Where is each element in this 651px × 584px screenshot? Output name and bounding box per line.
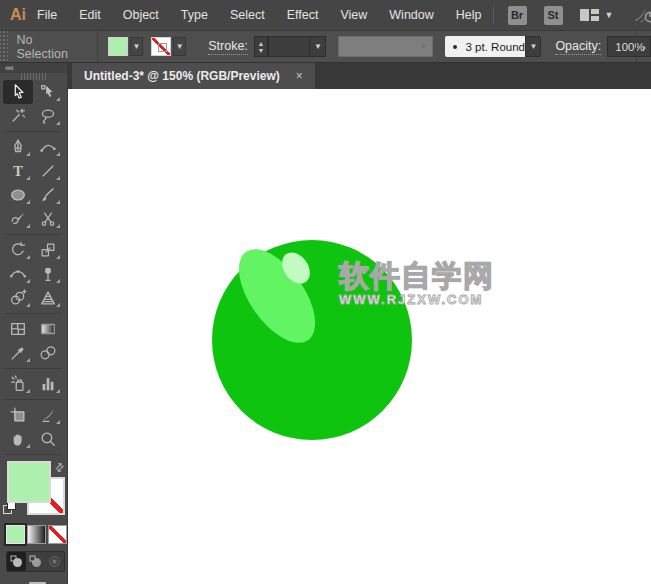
tool-row <box>0 262 67 286</box>
menu-item-view[interactable]: View <box>329 8 378 22</box>
artboard-tool[interactable] <box>3 403 33 427</box>
draw-normal-icon <box>10 555 23 568</box>
tool-row <box>0 80 67 104</box>
eyedropper-tool[interactable] <box>3 341 33 365</box>
selection-tool[interactable] <box>3 80 33 104</box>
tool-row <box>0 427 67 451</box>
menu-item-file[interactable]: File <box>26 8 68 22</box>
menu-item-object[interactable]: Object <box>112 8 170 22</box>
magic-wand-tool[interactable] <box>3 104 33 128</box>
stroke-weight-label[interactable]: Stroke: <box>208 39 248 55</box>
menu-item-window[interactable]: Window <box>378 8 444 22</box>
fill-swatch-large[interactable] <box>7 461 51 503</box>
stock-button[interactable]: St <box>544 6 563 25</box>
fill-dropdown-button[interactable]: ▼ <box>130 37 143 56</box>
menu-item-type[interactable]: Type <box>170 8 219 22</box>
menu-item-effect[interactable]: Effect <box>276 8 330 22</box>
document-tab[interactable]: Untitled-3* @ 150% (RGB/Preview) × <box>72 63 315 89</box>
gradient-tool[interactable] <box>33 317 63 341</box>
menu-items: FileEditObjectTypeSelectEffectViewWindow… <box>26 8 493 22</box>
color-type-buttons <box>0 525 67 544</box>
mesh-tool[interactable] <box>3 317 33 341</box>
selection-status: No Selection <box>16 33 83 61</box>
draw-inside-icon <box>48 555 61 568</box>
shape-builder-tool[interactable] <box>3 286 33 310</box>
direct-selection-tool[interactable] <box>33 80 63 104</box>
tools-panel-header[interactable]: «« <box>0 63 67 73</box>
blend-tool[interactable] <box>33 341 63 365</box>
scissors-tool[interactable] <box>33 207 63 231</box>
tool-row <box>0 403 67 427</box>
rotate-tool[interactable] <box>3 238 33 262</box>
brush-preview-dot <box>453 45 457 49</box>
lasso-tool[interactable] <box>33 104 63 128</box>
tool-group-divider <box>6 454 61 455</box>
chevron-down-icon: ▼ <box>605 10 614 20</box>
artboard-canvas[interactable]: 软件自学网 WWW.RJZXW.COM <box>68 89 651 584</box>
tool-group-divider <box>6 368 61 369</box>
tools-panel-grip[interactable] <box>0 73 67 80</box>
symbol-sprayer-tool[interactable] <box>3 372 33 396</box>
opacity-label[interactable]: Opacity: <box>555 39 601 55</box>
tool-row <box>0 341 67 365</box>
chevron-down-icon: ▼ <box>420 42 432 51</box>
stroke-dropdown-button[interactable]: ▼ <box>173 37 186 56</box>
bridge-button[interactable]: Br <box>508 6 527 25</box>
perspective-grid-tool[interactable] <box>33 286 63 310</box>
menu-bar-right: Br St ▼ <box>493 6 651 25</box>
stroke-color-swatch[interactable] <box>151 37 171 56</box>
draw-behind-icon <box>29 555 42 568</box>
gradient-button[interactable] <box>27 525 46 544</box>
ellipse-tool[interactable] <box>3 183 33 207</box>
tool-row <box>0 286 67 310</box>
line-segment-tool[interactable] <box>33 159 63 183</box>
glossy-ball-artwork[interactable] <box>68 89 651 584</box>
menu-item-select[interactable]: Select <box>219 8 276 22</box>
default-fill-stroke-icon[interactable] <box>3 501 19 515</box>
pen-tool[interactable] <box>3 135 33 159</box>
curvature-tool[interactable] <box>33 135 63 159</box>
draw-behind-button[interactable] <box>26 552 45 571</box>
none-button[interactable] <box>48 525 67 544</box>
tool-row <box>0 372 67 396</box>
type-tool[interactable]: T <box>3 159 33 183</box>
tab-close-icon[interactable]: × <box>296 69 303 83</box>
brush-definition-dropdown[interactable]: 3 pt. Round <box>445 36 526 57</box>
menu-item-edit[interactable]: Edit <box>68 8 112 22</box>
hand-tool[interactable] <box>3 427 33 451</box>
document-tab-title: Untitled-3* @ 150% (RGB/Preview) <box>84 69 280 83</box>
chevron-down-icon: ▼ <box>529 42 537 51</box>
stepper-up-icon: ▲ <box>257 40 264 47</box>
tool-row <box>0 238 67 262</box>
puppet-warp-tool[interactable] <box>33 262 63 286</box>
tool-row <box>0 317 67 341</box>
menu-separator <box>493 6 494 24</box>
stroke-weight-stepper[interactable]: ▲ ▼ <box>254 36 268 57</box>
zoom-tool[interactable] <box>33 427 63 451</box>
width-tool[interactable] <box>3 262 33 286</box>
tool-group-divider <box>6 131 61 132</box>
color-button[interactable] <box>6 525 25 544</box>
screen-mode-button[interactable] <box>20 580 48 584</box>
control-bar-overflow-button[interactable]: › <box>636 31 651 62</box>
column-graph-tool[interactable] <box>33 372 63 396</box>
menu-item-help[interactable]: Help <box>445 8 493 22</box>
chevron-down-icon: ▼ <box>133 42 141 51</box>
draw-normal-button[interactable] <box>7 552 26 571</box>
brush-definition-value: 3 pt. Round <box>466 41 525 53</box>
fill-color-swatch[interactable] <box>108 37 128 56</box>
workspace-switcher[interactable]: ▼ <box>580 8 614 22</box>
shaper-tool[interactable] <box>3 207 33 231</box>
fill-stroke-controls: ⇄ <box>0 460 67 522</box>
control-bar-grip[interactable] <box>0 31 8 62</box>
paintbrush-tool[interactable] <box>33 183 63 207</box>
swap-fill-stroke-icon[interactable]: ⇄ <box>52 460 68 476</box>
divider <box>97 31 98 62</box>
scale-tool[interactable] <box>33 238 63 262</box>
stepper-down-icon: ▼ <box>257 47 264 54</box>
slice-tool[interactable] <box>33 403 63 427</box>
brush-dropdown-button[interactable]: ▼ <box>525 36 541 57</box>
gpu-performance-icon[interactable] <box>633 6 651 24</box>
stroke-weight-dropdown[interactable]: ▼ <box>268 36 326 57</box>
tool-row <box>0 183 67 207</box>
